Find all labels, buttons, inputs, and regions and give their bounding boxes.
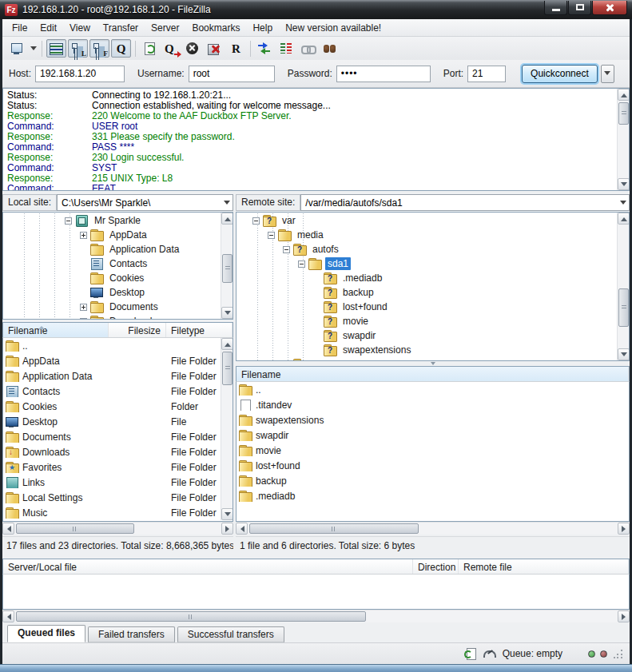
tree-item[interactable]: Desktop [3,285,221,300]
local-site-combobox[interactable] [57,194,233,211]
site-manager-dropdown[interactable] [28,39,38,58]
tree-item[interactable]: Cookies [3,271,221,285]
column-header-remote-file[interactable]: Remote file [459,559,629,574]
menu-file[interactable]: File [6,20,34,36]
tree-item[interactable]: Documents [3,300,221,314]
tree-item[interactable]: AppData [3,228,221,242]
speed-limits-icon[interactable] [482,647,495,660]
tab-queued-files[interactable]: Queued files [7,625,85,642]
cancel-button[interactable] [183,39,203,58]
tree-item[interactable]: media [237,228,617,242]
host-input[interactable] [35,66,125,82]
local-tree-scrollbar[interactable] [221,213,233,319]
expander-icon[interactable] [252,217,260,225]
toggle-log-button[interactable] [46,39,66,58]
refresh-button[interactable] [140,39,160,58]
file-row[interactable]: DocumentsFile Folder [3,429,233,444]
minimize-button[interactable] [544,1,567,15]
synchronized-browsing-button[interactable] [298,39,318,58]
close-button[interactable] [592,1,627,15]
file-row[interactable]: DesktopFile [3,414,233,429]
local-list-scrollbar[interactable] [221,338,233,520]
tab-successful-transfers[interactable]: Successful transfers [177,626,284,642]
menu-bookmarks[interactable]: Bookmarks [185,20,246,36]
tree-item[interactable]: movie [237,314,617,328]
collapse-expander-icon[interactable] [65,217,72,225]
tree-item[interactable]: autofs [237,242,617,256]
tab-failed-transfers[interactable]: Failed transfers [88,626,175,642]
resize-grip[interactable] [614,649,623,658]
remote-site-combobox[interactable] [300,194,630,211]
toggle-queue-button[interactable]: Q [111,39,131,58]
file-row[interactable]: Local SettingsFile Folder [3,490,233,505]
menu-view[interactable]: View [63,20,97,36]
tree-item[interactable]: swapextensions [237,343,617,357]
tree-item[interactable]: .mediadb [237,271,617,285]
scroll-up-button[interactable] [618,89,630,101]
maximize-button[interactable] [568,1,591,15]
directory-comparison-button[interactable] [255,39,275,58]
combo-dropdown[interactable] [221,195,233,210]
file-row[interactable]: LinksFile Folder [3,475,233,490]
scroll-right-button[interactable] [618,523,630,535]
menu-edit[interactable]: Edit [34,20,63,36]
scroll-down-button[interactable] [618,178,630,190]
scroll-left-button[interactable] [236,523,248,535]
expander-icon[interactable] [80,304,87,311]
filter-listing-button[interactable] [276,39,296,58]
file-row[interactable]: MusicFile Folder [3,505,233,520]
menu-transfer[interactable]: Transfer [97,20,145,36]
expander-icon[interactable] [298,260,305,268]
scroll-thumb[interactable] [222,352,233,385]
scroll-thumb[interactable] [222,254,233,283]
scroll-up-button[interactable] [618,213,630,225]
expand-expander-icon[interactable] [80,232,87,239]
tree-item[interactable]: Mr Sparkle [3,213,221,228]
column-header-direction[interactable]: Direction [413,559,459,574]
find-files-button[interactable] [320,39,340,58]
scroll-right-button[interactable] [221,523,233,535]
expander-icon[interactable] [283,246,290,253]
remote-site-input[interactable] [301,197,617,209]
file-row[interactable]: DownloadsFile Folder [3,444,233,459]
tree-item[interactable]: var [237,213,617,228]
scroll-thumb[interactable] [618,102,629,125]
file-row[interactable]: backup [237,473,629,488]
scroll-up-button[interactable] [221,338,233,350]
remote-tree-scrollbar[interactable] [617,213,629,360]
scroll-up-button[interactable] [221,213,233,225]
file-row[interactable]: .titandev [237,397,629,412]
menu-new-version-notice[interactable]: New version available! [279,20,388,36]
column-header-filename[interactable]: Filename [3,323,109,337]
menu-help[interactable]: Help [246,20,279,36]
titlebar[interactable]: Fz 192.168.1.20 - root@192.168.1.20 - Fi… [0,0,632,19]
file-row[interactable]: lost+found [237,458,629,473]
menu-server[interactable]: Server [145,20,185,36]
expander-icon[interactable] [80,318,87,320]
password-input[interactable] [336,66,431,82]
file-row[interactable]: CookiesFolder [3,399,233,414]
file-row[interactable]: swapextensions [237,412,629,427]
local-site-input[interactable] [58,197,221,209]
tree-item-selected[interactable]: sda1 [237,256,617,271]
file-row[interactable]: .mediadb [237,488,629,503]
file-row[interactable]: ContactsFile Folder [3,384,233,399]
tree-item[interactable]: Downloads [3,314,221,319]
local-list-hscrollbar[interactable] [2,522,233,535]
toggle-local-tree-button[interactable]: L [68,39,88,58]
transfer-type-icon[interactable] [464,647,477,660]
tree-item[interactable]: Application Data [3,242,221,256]
remote-list-hscrollbar[interactable] [236,522,630,535]
tree-item[interactable]: swapdir [237,328,617,343]
port-input[interactable] [467,66,506,82]
quickconnect-dropdown[interactable] [601,65,614,83]
file-row[interactable]: swapdir [237,427,629,443]
site-manager-button[interactable] [7,39,27,58]
file-row[interactable]: .. [3,338,233,353]
scroll-down-button[interactable] [221,508,233,520]
tree-item[interactable]: Contacts [3,256,221,271]
scroll-right-button[interactable] [618,610,630,622]
file-row[interactable]: FavoritesFile Folder [3,459,233,475]
tree-item[interactable]: backup [237,285,617,300]
file-row[interactable]: AppDataFile Folder [3,353,233,368]
